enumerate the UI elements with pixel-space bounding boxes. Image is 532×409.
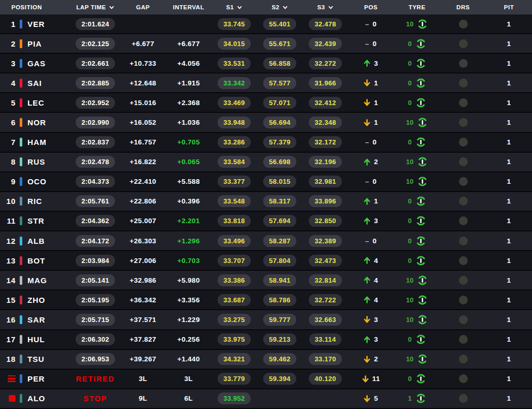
- sort-chevron-icon: [109, 5, 114, 10]
- driver-row[interactable]: 11 STR 2:04.362 +25.007 +2.201 33.818 57…: [0, 212, 532, 231]
- s1-time-pill: 33.548: [218, 195, 251, 207]
- driver-row[interactable]: 4 SAI 2:02.885 +12.648 +1.915 33.342 57.…: [0, 74, 532, 93]
- lap-time-pill: 2:04.172: [76, 235, 115, 247]
- drs-indicator: [459, 237, 468, 245]
- interval-value: +0.705: [177, 138, 199, 146]
- s1-cell: 33.275: [211, 310, 257, 329]
- s1-time-pill: 33.342: [218, 77, 251, 89]
- driver-row[interactable]: 7 HAM 2:02.837 +16.757 +0.705 33.286 57.…: [0, 133, 532, 153]
- s3-time-pill: 32.348: [309, 116, 342, 128]
- team-color-bar: [20, 138, 22, 147]
- team-color-bar: [20, 276, 22, 285]
- s2-cell: 58.941: [257, 271, 303, 289]
- position-number: 8: [0, 157, 16, 166]
- pit-count: 1: [507, 257, 511, 265]
- tyre-age: 10: [406, 178, 413, 185]
- s1-time-pill: 33.275: [218, 314, 251, 326]
- tyre-age: 0: [408, 217, 411, 225]
- gap-value: +26.303: [130, 237, 156, 245]
- position-change-value: 1: [374, 99, 378, 107]
- lap-time-cell: 2:05.141: [70, 271, 120, 289]
- s1-cell: 33.745: [211, 14, 257, 33]
- s2-cell: 58.786: [257, 290, 303, 309]
- position-number: 7: [0, 138, 16, 147]
- s1-cell: 33.952: [211, 389, 257, 408]
- driver-row[interactable]: 2 PIA 2:02.125 +6.677 +6.677 34.015 55.6…: [0, 34, 532, 54]
- drs-cell: [440, 389, 486, 408]
- drs-cell: [440, 251, 486, 270]
- driver-row[interactable]: 5 LEC 2:02.952 +15.016 +2.368 33.469 57.…: [0, 93, 532, 113]
- pit-count: 1: [507, 316, 511, 324]
- position-number-text: 6: [11, 118, 16, 127]
- team-color-bar: [20, 157, 22, 166]
- position-cell: PER: [0, 370, 70, 388]
- tyre-icon: [415, 58, 426, 69]
- driver-row[interactable]: ALO STOP 9L 6L 33.952 5: [0, 389, 532, 409]
- tyre-icon: [415, 38, 426, 49]
- lap-time-cell: RETIRED: [70, 370, 120, 388]
- position-down-icon: [364, 356, 370, 363]
- column-header-gap: GAP: [120, 0, 166, 14]
- driver-code: HAM: [27, 138, 47, 147]
- column-header-s3[interactable]: S3: [303, 0, 348, 14]
- position-cell: 12 ALB: [0, 231, 70, 250]
- s2-time-pill: 59.462: [263, 353, 296, 365]
- driver-row[interactable]: 17 HUL 2:06.302 +37.827 +0.256 33.975 59…: [0, 330, 532, 350]
- drs-cell: [440, 133, 486, 152]
- position-cell: 17 HUL: [0, 330, 70, 349]
- driver-row[interactable]: 13 BOT 2:03.984 +27.006 +0.703 33.707 57…: [0, 251, 532, 271]
- s3-time-pill: 31.966: [309, 77, 342, 89]
- column-header-s1[interactable]: S1: [211, 0, 257, 14]
- driver-row[interactable]: 9 OCO 2:04.373 +22.410 +5.588 33.377 58.…: [0, 172, 532, 192]
- pit-count: 1: [507, 335, 511, 343]
- s1-cell: 33.496: [211, 231, 257, 250]
- driver-row[interactable]: 16 SAR 2:05.715 +37.571 +1.229 33.275 59…: [0, 310, 532, 330]
- driver-row[interactable]: 10 RIC 2:05.761 +22.806 +0.396 33.548 58…: [0, 192, 532, 212]
- column-header-label: POS: [364, 4, 378, 10]
- pit-count: 1: [507, 79, 511, 87]
- gap-cell: +16.757: [120, 133, 166, 152]
- gap-value: +37.827: [130, 335, 156, 343]
- no-change-dash: –: [365, 20, 369, 28]
- driver-row[interactable]: 8 RUS 2:02.478 +16.822 +0.065 33.584 56.…: [0, 153, 532, 172]
- pit-cell: 1: [486, 310, 532, 329]
- drs-indicator: [459, 20, 468, 28]
- s2-time-pill: 57.577: [263, 77, 296, 89]
- s3-cell: 32.814: [303, 271, 348, 289]
- driver-row[interactable]: 3 GAS 2:02.661 +10.733 +4.056 33.531 56.…: [0, 54, 532, 74]
- column-header-label: S1: [226, 4, 234, 10]
- driver-row[interactable]: 6 NOR 2:02.990 +16.052 +1.036 33.948 56.…: [0, 113, 532, 133]
- column-header-s2[interactable]: S2: [257, 0, 303, 14]
- pit-cell: 1: [486, 113, 532, 132]
- tyre-icon: [415, 215, 426, 226]
- s2-time-pill: 57.694: [263, 215, 296, 227]
- s2-time-pill: 57.071: [263, 97, 296, 109]
- tyre-age: 0: [408, 197, 411, 205]
- column-header-lap-time[interactable]: LAP TIME: [70, 0, 120, 14]
- s1-cell: 33.386: [211, 271, 257, 289]
- position-down-icon: [364, 395, 370, 402]
- s3-time-pill: 32.981: [309, 176, 342, 187]
- interval-cell: 3L: [166, 370, 211, 388]
- position-number: 9: [0, 177, 16, 186]
- driver-row[interactable]: 1 VER 2:01.624 33.745 55.401 32.478: [0, 14, 532, 34]
- interval-cell: +2.368: [166, 93, 211, 112]
- s3-time-pill: 32.722: [309, 294, 342, 306]
- position-down-icon: [364, 99, 370, 106]
- driver-row[interactable]: 15 ZHO 2:05.195 +36.342 +3.356 33.687 58…: [0, 290, 532, 310]
- driver-row[interactable]: 12 ALB 2:04.172 +26.303 +1.296 33.496 58…: [0, 231, 532, 251]
- tyre-cell: 0: [394, 133, 440, 152]
- position-change-cell: 5: [348, 389, 394, 408]
- tyre-cell: 0: [394, 251, 440, 270]
- driver-row[interactable]: 18 TSU 2:06.953 +39.267 +1.440 34.321 59…: [0, 350, 532, 370]
- interval-value: +6.677: [177, 40, 199, 48]
- s3-time-pill: 33.170: [309, 353, 342, 365]
- lap-time-pill: 2:02.990: [76, 116, 115, 128]
- driver-row[interactable]: PER RETIRED 3L 3L 33.779 59.394 40.120: [0, 370, 532, 389]
- position-number: 14: [0, 276, 16, 285]
- column-header-label: GAP: [136, 4, 150, 10]
- s3-time-pill: 33.896: [309, 195, 342, 207]
- pit-count: 1: [507, 60, 511, 67]
- driver-code: ALB: [27, 237, 45, 245]
- driver-row[interactable]: 14 MAG 2:05.141 +32.986 +5.980 33.386 58…: [0, 271, 532, 290]
